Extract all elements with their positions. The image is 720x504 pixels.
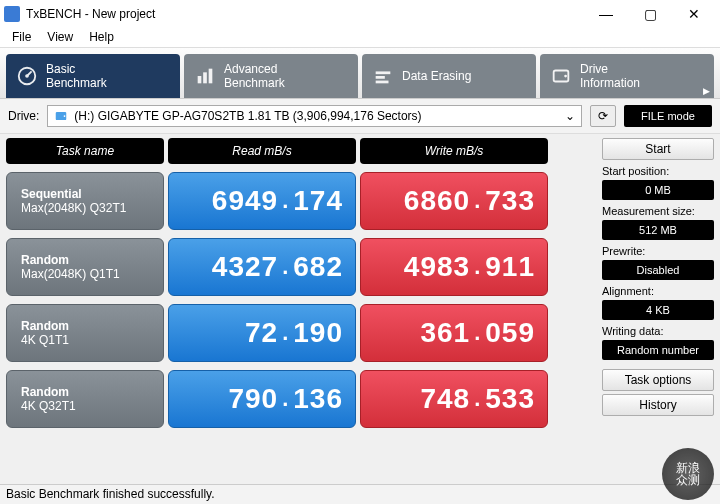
benchmark-row: Sequential Max(2048K) Q32T1 6949.174 686… <box>6 172 594 230</box>
svg-point-9 <box>564 75 567 78</box>
header-read: Read mB/s <box>168 138 356 164</box>
side-panel: Start Start position: 0 MB Measurement s… <box>600 134 720 484</box>
task-cell[interactable]: Sequential Max(2048K) Q32T1 <box>6 172 164 230</box>
menu-help[interactable]: Help <box>81 28 122 47</box>
writing-data-label: Writing data: <box>602 323 714 337</box>
status-bar: Basic Benchmark finished successfully. <box>0 484 720 504</box>
drive-icon <box>550 65 572 87</box>
svg-rect-7 <box>376 81 389 84</box>
refresh-button[interactable]: ⟳ <box>590 105 616 127</box>
svg-rect-4 <box>209 69 213 84</box>
file-mode-button[interactable]: FILE mode <box>624 105 712 127</box>
write-value: 6860.733 <box>360 172 548 230</box>
write-value: 4983.911 <box>360 238 548 296</box>
tab-label: Data Erasing <box>402 69 471 83</box>
read-value: 4327.682 <box>168 238 356 296</box>
benchmark-panel: Task name Read mB/s Write mB/s Sequentia… <box>0 134 600 484</box>
start-position-value[interactable]: 0 MB <box>602 180 714 200</box>
main-tabs: BasicBenchmark AdvancedBenchmark Data Er… <box>0 48 720 99</box>
alignment-value[interactable]: 4 KB <box>602 300 714 320</box>
erase-icon <box>372 65 394 87</box>
tab-drive-information[interactable]: DriveInformation ▶ <box>540 54 714 98</box>
status-text: Basic Benchmark finished successfully. <box>6 487 215 501</box>
prewrite-label: Prewrite: <box>602 243 714 257</box>
measurement-size-label: Measurement size: <box>602 203 714 217</box>
refresh-icon: ⟳ <box>598 109 608 123</box>
write-value: 361.059 <box>360 304 548 362</box>
alignment-label: Alignment: <box>602 283 714 297</box>
writing-data-value[interactable]: Random number <box>602 340 714 360</box>
app-icon <box>4 6 20 22</box>
benchmark-row: Random Max(2048K) Q1T1 4327.682 4983.911 <box>6 238 594 296</box>
drive-value: (H:) GIGABYTE GP-AG70S2TB 1.81 TB (3,906… <box>74 109 565 123</box>
menu-view[interactable]: View <box>39 28 81 47</box>
start-position-label: Start position: <box>602 163 714 177</box>
task-cell[interactable]: Random 4K Q1T1 <box>6 304 164 362</box>
header-write: Write mB/s <box>360 138 548 164</box>
task-options-button[interactable]: Task options <box>602 369 714 391</box>
tab-basic-benchmark[interactable]: BasicBenchmark <box>6 54 180 98</box>
header-task: Task name <box>6 138 164 164</box>
bar-chart-icon <box>194 65 216 87</box>
gauge-icon <box>16 65 38 87</box>
benchmark-header: Task name Read mB/s Write mB/s <box>4 138 596 164</box>
svg-point-1 <box>25 74 29 78</box>
tab-label: Drive <box>580 62 608 76</box>
svg-rect-2 <box>198 76 202 83</box>
drive-label: Drive: <box>8 109 39 123</box>
drive-row: Drive: (H:) GIGABYTE GP-AG70S2TB 1.81 TB… <box>0 99 720 134</box>
svg-rect-5 <box>376 71 391 74</box>
tab-label: Advanced <box>224 62 277 76</box>
benchmark-row: Random 4K Q32T1 790.136 748.533 <box>6 370 594 428</box>
chevron-down-icon: ⌄ <box>565 109 575 123</box>
tab-label: Basic <box>46 62 75 76</box>
write-value: 748.533 <box>360 370 548 428</box>
menu-file[interactable]: File <box>4 28 39 47</box>
svg-rect-6 <box>376 76 385 79</box>
benchmark-row: Random 4K Q1T1 72.190 361.059 <box>6 304 594 362</box>
maximize-button[interactable]: ▢ <box>628 0 672 28</box>
hdd-icon <box>54 109 68 123</box>
read-value: 790.136 <box>168 370 356 428</box>
measurement-size-value[interactable]: 512 MB <box>602 220 714 240</box>
close-button[interactable]: ✕ <box>672 0 716 28</box>
task-cell[interactable]: Random 4K Q32T1 <box>6 370 164 428</box>
drive-select[interactable]: (H:) GIGABYTE GP-AG70S2TB 1.81 TB (3,906… <box>47 105 582 127</box>
prewrite-value[interactable]: Disabled <box>602 260 714 280</box>
titlebar: TxBENCH - New project — ▢ ✕ <box>0 0 720 28</box>
menubar: File View Help <box>0 28 720 48</box>
window-title: TxBENCH - New project <box>26 7 584 21</box>
svg-rect-3 <box>203 72 207 83</box>
chevron-right-icon: ▶ <box>703 86 710 96</box>
tab-advanced-benchmark[interactable]: AdvancedBenchmark <box>184 54 358 98</box>
start-button[interactable]: Start <box>602 138 714 160</box>
history-button[interactable]: History <box>602 394 714 416</box>
svg-point-11 <box>64 115 66 117</box>
read-value: 6949.174 <box>168 172 356 230</box>
task-cell[interactable]: Random Max(2048K) Q1T1 <box>6 238 164 296</box>
read-value: 72.190 <box>168 304 356 362</box>
tab-data-erasing[interactable]: Data Erasing <box>362 54 536 98</box>
minimize-button[interactable]: — <box>584 0 628 28</box>
